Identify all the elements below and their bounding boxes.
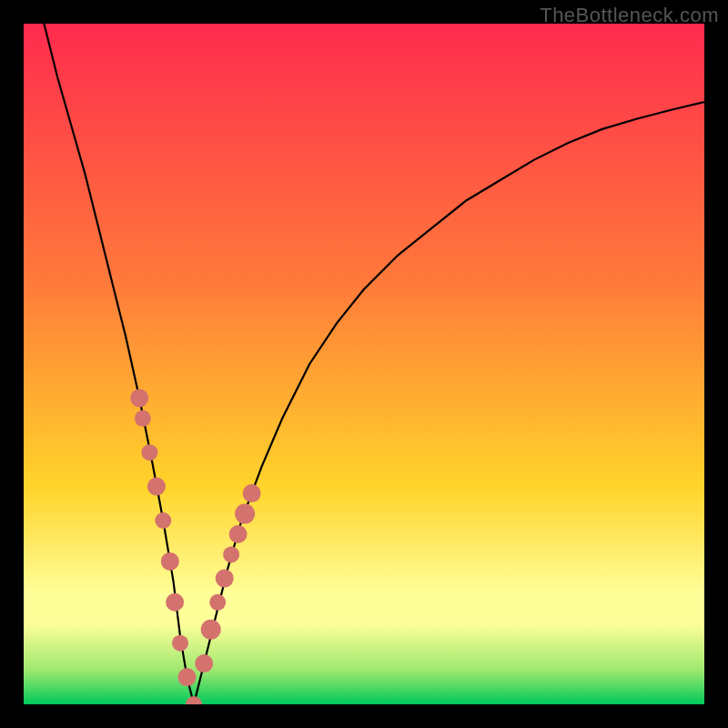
marker-point bbox=[135, 410, 151, 427]
bottleneck-chart-svg bbox=[24, 24, 704, 704]
marker-point bbox=[178, 668, 197, 686]
marker-point bbox=[209, 594, 226, 611]
gradient-background bbox=[24, 24, 704, 704]
marker-point bbox=[243, 484, 261, 502]
marker-point bbox=[141, 444, 157, 460]
marker-point bbox=[130, 389, 148, 407]
marker-point bbox=[201, 620, 221, 640]
marker-point bbox=[223, 546, 239, 562]
marker-point bbox=[216, 570, 234, 588]
marker-point bbox=[161, 552, 179, 571]
marker-point bbox=[235, 504, 255, 524]
marker-point bbox=[229, 525, 248, 543]
marker-point bbox=[166, 593, 184, 612]
plot-area bbox=[24, 24, 704, 704]
chart-canvas: TheBottleneck.com bbox=[0, 0, 728, 728]
marker-point bbox=[172, 635, 188, 652]
marker-point bbox=[155, 512, 171, 529]
marker-point bbox=[147, 478, 166, 496]
marker-point bbox=[195, 654, 213, 672]
